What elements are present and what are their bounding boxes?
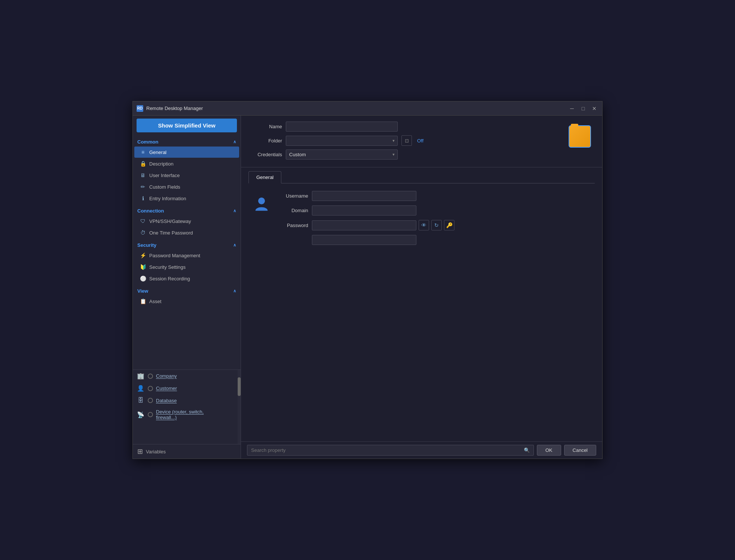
sidebar-item-label: Custom Fields (149, 184, 180, 190)
folder-select[interactable] (286, 136, 398, 146)
password-confirm-input[interactable] (312, 235, 416, 245)
sidebar-item-general[interactable]: ≡ General (134, 147, 239, 158)
general-section: Username Domain Password (252, 191, 591, 249)
eye-icon: 👁 (421, 222, 426, 228)
list-item-device[interactable]: 📡 Device (router, switch,firewall...) (133, 406, 241, 423)
credentials-select[interactable]: Custom (286, 150, 398, 160)
database-icon: 🗄 (137, 397, 145, 404)
sidebar: Show Simplified View Common ∧ ≡ General … (133, 116, 241, 459)
password-row: Password 👁 ↻ 🔑 (278, 220, 591, 230)
section-connection-label: Connection (137, 208, 164, 214)
section-connection: Connection ∧ (133, 204, 241, 215)
app-icon: RD (137, 105, 143, 112)
username-row: Username (278, 191, 591, 201)
list-item-database[interactable]: 🗄 Database (133, 394, 241, 406)
tab-bar: General (241, 167, 602, 183)
sidebar-item-label: Security Settings (149, 264, 186, 270)
sidebar-item-custom-fields[interactable]: ✏ Custom Fields (134, 181, 239, 192)
name-label: Name (248, 124, 282, 129)
tab-general[interactable]: General (248, 171, 281, 183)
clipboard-icon: 📋 (140, 298, 146, 304)
credentials-form: Username Domain Password (278, 191, 591, 249)
sidebar-item-label: One Time Password (149, 230, 193, 236)
radio-database[interactable] (148, 398, 153, 403)
folder-icon-area (565, 122, 595, 148)
folder-large-icon[interactable] (569, 125, 591, 148)
ok-button[interactable]: OK (537, 445, 561, 456)
sidebar-item-label: Session Recording (149, 276, 190, 281)
company-icon: 🏢 (137, 372, 145, 380)
sidebar-item-password-mgmt[interactable]: ⚡ Password Management (134, 250, 239, 261)
radio-device[interactable] (148, 412, 153, 417)
header-row: Name Folder ▾ ⊡ (248, 122, 595, 163)
domain-input[interactable] (312, 205, 416, 215)
search-input[interactable] (251, 447, 521, 453)
device-link[interactable]: Device (router, switch,firewall...) (156, 409, 204, 420)
show-simplified-button[interactable]: Show Simplified View (137, 119, 237, 132)
sidebar-item-label: Password Management (149, 253, 200, 258)
maximize-button[interactable]: □ (579, 104, 587, 113)
section-view-label: View (137, 288, 148, 294)
password-controls: 👁 ↻ 🔑 (312, 220, 454, 230)
name-input[interactable] (286, 122, 398, 132)
lightning-icon: ⚡ (140, 252, 146, 258)
sidebar-item-asset[interactable]: 📋 Asset (134, 296, 239, 307)
main-content: Name Folder ▾ ⊡ (241, 116, 602, 459)
scrollbar-thumb[interactable] (238, 377, 241, 396)
section-view: View ∧ (133, 284, 241, 295)
close-button[interactable]: ✕ (590, 104, 598, 113)
title-bar: RD Remote Desktop Manager ─ □ ✕ (133, 101, 602, 116)
list-icon: ≡ (140, 149, 146, 155)
radio-customer[interactable] (148, 386, 153, 391)
minimize-button[interactable]: ─ (568, 104, 576, 113)
folder-off-button[interactable]: Off (417, 138, 423, 144)
sidebar-item-otp[interactable]: ⏱ One Time Password (134, 227, 239, 238)
device-icon: 📡 (137, 411, 145, 418)
sidebar-item-user-interface[interactable]: 🖥 User Interface (134, 170, 239, 181)
chevron-up-icon: ∧ (233, 208, 236, 213)
bottom-bar: 🔍 OK Cancel (241, 441, 602, 459)
grid-icon: ⊞ (137, 447, 143, 456)
username-input[interactable] (312, 191, 416, 201)
folder-browse-button[interactable]: ⊡ (401, 135, 412, 146)
window-body: Show Simplified View Common ∧ ≡ General … (133, 116, 602, 459)
window-title: Remote Desktop Manager (146, 106, 568, 111)
sidebar-item-entry-information[interactable]: ℹ Entry Information (134, 193, 239, 204)
sidebar-item-label: VPN/SSH/Gateway (149, 218, 191, 224)
database-link[interactable]: Database (156, 398, 177, 403)
refresh-icon: ↻ (434, 222, 439, 228)
chevron-up-icon: ∧ (233, 289, 236, 293)
customer-link[interactable]: Customer (156, 386, 177, 391)
company-link[interactable]: Company (156, 373, 177, 379)
customer-icon: 👤 (137, 385, 145, 392)
sidebar-item-vpn-ssh[interactable]: 🛡 VPN/SSH/Gateway (134, 215, 239, 227)
sidebar-item-label: Asset (149, 299, 162, 304)
cancel-button[interactable]: Cancel (564, 445, 596, 456)
sidebar-footer[interactable]: ⊞ Variables (133, 444, 241, 459)
show-password-button[interactable]: 👁 (419, 220, 429, 230)
main-top-form: Name Folder ▾ ⊡ (241, 116, 602, 167)
generate-password-button[interactable]: ↻ (431, 220, 442, 230)
section-common: Common ∧ (133, 135, 241, 146)
password-options-button[interactable]: 🔑 (444, 220, 454, 230)
list-item-company[interactable]: 🏢 Company (133, 370, 241, 382)
sidebar-item-description[interactable]: 🔒 Description (134, 158, 239, 169)
radio-company[interactable] (148, 374, 153, 379)
sidebar-item-label: Entry Information (149, 196, 186, 201)
footer-label: Variables (146, 449, 166, 454)
sidebar-item-security-settings[interactable]: 🔰 Security Settings (134, 261, 239, 273)
folder-row: Folder ▾ ⊡ Off (248, 135, 565, 146)
password-input[interactable] (312, 220, 416, 230)
folder-browse-icon: ⊡ (405, 138, 409, 144)
info-icon: ℹ (140, 195, 146, 201)
section-security: Security ∧ (133, 239, 241, 249)
scrollbar-track (238, 370, 241, 444)
header-fields: Name Folder ▾ ⊡ (248, 122, 565, 163)
sidebar-item-session-recording[interactable]: ⚪ Session Recording (134, 273, 239, 284)
chevron-up-icon: ∧ (233, 139, 236, 144)
folder-select-wrapper: ▾ (286, 136, 398, 146)
badge-icon: 🔰 (140, 264, 146, 270)
list-item-customer[interactable]: 👤 Customer (133, 382, 241, 394)
sidebar-item-label: Description (149, 161, 173, 167)
main-window: RD Remote Desktop Manager ─ □ ✕ Show Sim… (132, 101, 603, 459)
